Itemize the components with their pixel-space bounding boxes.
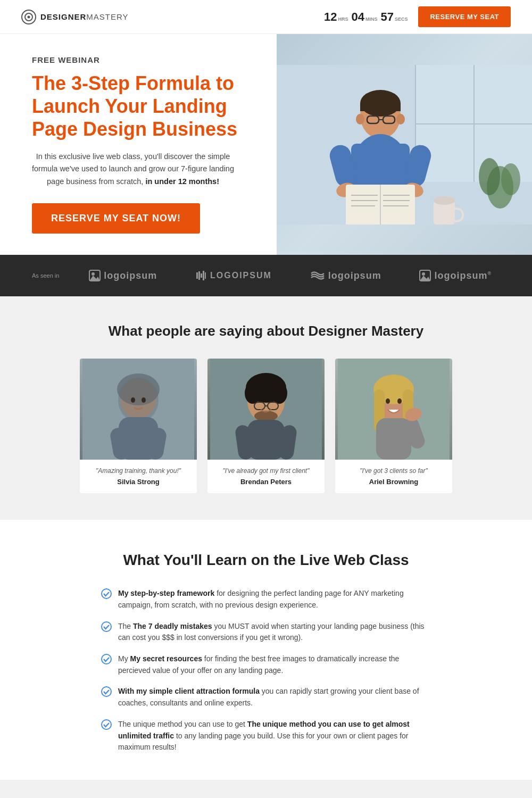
svg-point-37 [92,272,95,276]
testimonial-image-1 [80,359,197,460]
hero-person-illustration [277,34,532,255]
header-reserve-button[interactable]: RESERVE MY SEAT [418,6,511,27]
learn-item-5: The unique method you can use to get The… [101,719,431,753]
partner-logo-2: LOGOIPSUM [195,270,272,281]
svg-rect-41 [201,273,202,278]
testimonial-name-2: Brendan Peters [216,478,316,486]
svg-rect-42 [203,271,204,280]
learn-item-3: My My secret resources for finding the b… [101,653,431,676]
testimonial-text-3: "I've got 3 clients so far" Ariel Browni… [335,460,452,493]
testimonials-grid: "Amazing training, thank you!" Silvia St… [32,359,500,493]
learn-list: My step-by-step framework for designing … [101,588,431,753]
svg-marker-46 [420,276,430,281]
logo3-icon [310,270,325,281]
svg-rect-21 [351,144,410,192]
svg-point-52 [142,397,146,403]
as-seen-in-label: As seen in [32,272,59,279]
countdown-mins: 04 MINS [351,10,377,24]
person-svg [277,65,532,225]
countdown-mins-value: 04 [351,10,364,24]
hero-eyebrow: FREE WEBINAR [32,55,255,64]
svg-point-84 [102,720,111,729]
svg-point-10 [501,163,520,195]
header: DESIGNERMASTERY 12 HRS 04 MINS 57 SECS R… [0,0,532,34]
countdown-secs-label: SECS [395,16,408,22]
logo2-icon [195,270,207,281]
svg-point-35 [434,196,455,205]
testimonials-section: What people are saying about Designer Ma… [0,296,532,520]
svg-point-81 [102,622,111,631]
countdown-mins-label: MINS [365,16,378,22]
svg-rect-40 [198,271,200,280]
svg-point-18 [396,114,405,124]
countdown: 12 HRS 04 MINS 57 SECS [324,10,408,24]
testimonial-image-3 [335,359,452,460]
logos-row: logoipsum LOGOIPSUM logoipsum [80,270,500,281]
logo4-icon [419,270,431,281]
check-icon-3 [101,654,112,669]
svg-point-75 [386,398,390,404]
learn-title: What You'll Learn on the Live Web Class [43,552,489,569]
learn-item-1: My step-by-step framework for designing … [101,588,431,611]
hero-title: The 3-Step Formula to Launch Your Landin… [32,72,255,141]
svg-point-45 [422,272,425,276]
countdown-secs: 57 SECS [380,10,408,24]
svg-point-80 [102,589,111,598]
as-seen-in-section: As seen in logoipsum LOGOIPSUM [0,255,532,296]
svg-point-82 [102,654,111,664]
svg-point-62 [267,378,279,394]
hero-section: FREE WEBINAR The 3-Step Formula to Launc… [0,34,532,255]
testimonial-person-svg-3 [335,359,452,460]
svg-rect-67 [247,420,285,460]
learn-item-2: The The 7 deadly mistakes you MUST avoid… [101,621,431,644]
svg-point-61 [254,378,267,394]
check-icon-4 [101,686,112,702]
svg-point-9 [479,158,500,195]
svg-point-1 [28,15,30,18]
logo1-icon [89,270,101,281]
testimonial-name-3: Ariel Browning [344,478,444,486]
testimonial-quote-1: "Amazing training, thank you!" [88,467,188,475]
countdown-hours-value: 12 [324,10,337,24]
hero-image [277,34,532,255]
testimonial-card-1: "Amazing training, thank you!" Silvia St… [80,359,197,493]
countdown-hours-label: HRS [338,16,348,22]
partner-logo-1: logoipsum [89,270,157,281]
reserve-section: Reserve Your Space on this Exclusive Web… [0,780,532,798]
svg-rect-43 [205,272,206,279]
testimonial-text-1: "Amazing training, thank you!" Silvia St… [80,460,197,493]
svg-marker-38 [89,276,100,281]
svg-point-50 [117,373,160,405]
testimonial-image-2 [207,359,325,460]
svg-point-76 [397,398,402,404]
partner-logo-3: logoipsum [310,270,381,281]
testimonial-text-2: "I've already got my first client" Brend… [207,460,325,493]
logo-text: DESIGNERMASTERY [40,12,129,21]
check-icon-2 [101,621,112,637]
testimonial-person-svg-2 [207,359,325,460]
hero-description: In this exclusive live web class, you'll… [32,151,234,189]
learn-section: What You'll Learn on the Live Web Class … [0,520,532,780]
svg-rect-39 [196,272,198,279]
svg-point-51 [131,397,135,403]
logo: DESIGNERMASTERY [21,10,129,24]
header-right: 12 HRS 04 MINS 57 SECS RESERVE MY SEAT [324,6,511,27]
check-icon-1 [101,588,112,604]
logo-icon [21,10,36,24]
svg-point-17 [356,114,364,124]
hero-cta-button[interactable]: RESERVE MY SEAT NOW! [32,203,200,234]
svg-rect-7 [473,65,475,182]
testimonial-card-3: "I've got 3 clients so far" Ariel Browni… [335,359,452,493]
svg-point-83 [102,687,111,696]
partner-logo-4: logoipsum® [419,270,492,281]
hero-left: FREE WEBINAR The 3-Step Formula to Launc… [0,34,277,255]
testimonial-name-1: Silvia Strong [88,478,188,486]
countdown-hours: 12 HRS [324,10,348,24]
check-icon-5 [101,719,112,735]
testimonial-quote-2: "I've already got my first client" [216,467,316,475]
svg-rect-13 [360,103,401,111]
countdown-secs-value: 57 [380,10,393,24]
testimonial-quote-3: "I've got 3 clients so far" [344,467,444,475]
testimonial-card-2: "I've already got my first client" Brend… [207,359,325,493]
testimonials-title: What people are saying about Designer Ma… [32,323,500,339]
